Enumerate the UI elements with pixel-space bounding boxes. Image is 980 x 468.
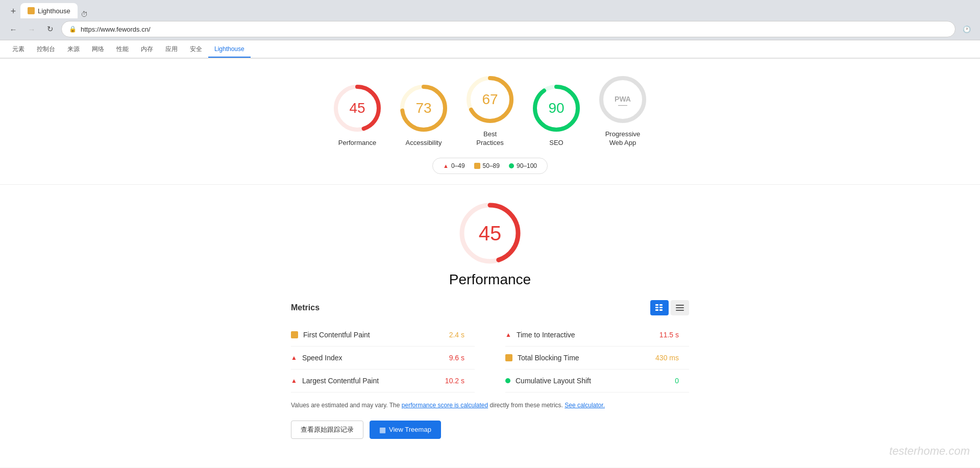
legend-low: ▲ 0–49 bbox=[443, 162, 465, 169]
score-seo[interactable]: 90 SEO bbox=[531, 83, 582, 147]
svg-rect-12 bbox=[655, 307, 658, 308]
svg-rect-13 bbox=[655, 309, 658, 311]
svg-rect-17 bbox=[676, 305, 684, 306]
calculator-link[interactable]: See calculator. bbox=[565, 402, 605, 409]
metrics-grid: First Contentful Paint 2.4 s ▲ Speed Ind… bbox=[291, 324, 689, 392]
cls-name: Cumulative Layout Shift bbox=[516, 377, 670, 385]
performance-large-score: 45 bbox=[479, 221, 502, 244]
tab-security[interactable]: 安全 bbox=[184, 41, 208, 59]
tti-icon: ▲ bbox=[505, 331, 511, 338]
metrics-col-left: First Contentful Paint 2.4 s ▲ Speed Ind… bbox=[291, 324, 490, 392]
pwa-dash: — bbox=[618, 100, 627, 110]
performance-score: 45 bbox=[349, 100, 365, 116]
perf-score-link[interactable]: performance score is calculated bbox=[402, 402, 488, 409]
legend-low-range: 0–49 bbox=[451, 162, 465, 169]
address-bar[interactable]: 🔒 https://www.fewords.cn/ bbox=[61, 21, 955, 37]
legend-mid: 50–89 bbox=[474, 162, 500, 169]
grid-view-button[interactable] bbox=[650, 300, 669, 315]
legend-mid-range: 50–89 bbox=[483, 162, 500, 169]
performance-section: 45 Performance Metrics bbox=[0, 185, 980, 449]
accessibility-score: 73 bbox=[415, 100, 431, 116]
tab-network[interactable]: 网络 bbox=[86, 41, 110, 59]
view-trace-button[interactable]: 查看原始跟踪记录 bbox=[291, 421, 363, 439]
scores-row: 45 Performance 73 Accessibility bbox=[332, 74, 648, 147]
metric-first-contentful-paint: First Contentful Paint 2.4 s bbox=[291, 324, 475, 347]
lcp-icon: ▲ bbox=[291, 377, 297, 384]
cls-icon bbox=[505, 378, 510, 383]
tab-icon bbox=[28, 7, 35, 14]
svg-rect-14 bbox=[659, 304, 663, 306]
lcp-value: 10.2 s bbox=[445, 377, 464, 385]
cls-value: 0 bbox=[675, 377, 679, 385]
tab-application[interactable]: 应用 bbox=[159, 41, 184, 59]
metrics-note-text: Values are estimated and may vary. The bbox=[291, 402, 402, 409]
tbt-icon bbox=[505, 354, 512, 361]
score-accessibility[interactable]: 73 Accessibility bbox=[398, 83, 449, 147]
metric-largest-contentful-paint: ▲ Largest Contentful Paint 10.2 s bbox=[291, 370, 475, 392]
svg-rect-16 bbox=[659, 309, 663, 311]
score-pwa[interactable]: PWA — ProgressiveWeb App bbox=[597, 74, 648, 147]
reload-button[interactable]: ↻ bbox=[43, 22, 57, 36]
metrics-note: Values are estimated and may vary. The p… bbox=[291, 401, 689, 410]
svg-rect-19 bbox=[676, 310, 684, 311]
legend-high-range: 90–100 bbox=[517, 162, 537, 169]
si-value: 9.6 s bbox=[449, 354, 464, 362]
treemap-icon: ▦ bbox=[379, 426, 386, 434]
svg-rect-18 bbox=[676, 307, 684, 308]
pwa-label: ProgressiveWeb App bbox=[605, 130, 641, 147]
main-content: 45 Performance 73 Accessibility bbox=[0, 59, 980, 467]
view-treemap-button[interactable]: ▦ View Treemap bbox=[370, 421, 441, 439]
metric-time-to-interactive: ▲ Time to Interactive 11.5 s bbox=[505, 324, 689, 347]
legend-high: 90–100 bbox=[509, 162, 537, 169]
fcp-name: First Contentful Paint bbox=[303, 331, 444, 339]
tab-performance[interactable]: 性能 bbox=[110, 41, 135, 59]
score-legend: ▲ 0–49 50–89 90–100 bbox=[432, 158, 548, 174]
new-tab-button[interactable]: + bbox=[6, 4, 20, 18]
browser-toolbar: ← → ↻ 🔒 https://www.fewords.cn/ 🕐 bbox=[0, 18, 980, 40]
list-view-button[interactable] bbox=[671, 300, 689, 315]
score-performance[interactable]: 45 Performance bbox=[332, 83, 383, 147]
performance-label: Performance bbox=[338, 139, 376, 147]
svg-rect-11 bbox=[655, 304, 658, 306]
seo-label: SEO bbox=[549, 139, 563, 147]
triangle-icon: ▲ bbox=[443, 163, 449, 169]
tab-memory[interactable]: 内存 bbox=[135, 41, 159, 59]
metrics-note-mid: directly from these metrics. bbox=[488, 402, 565, 409]
seo-gauge: 90 bbox=[531, 83, 582, 134]
metrics-container: Metrics bbox=[291, 300, 689, 439]
tab-sources[interactable]: 来源 bbox=[61, 41, 86, 59]
performance-section-title: Performance bbox=[449, 272, 531, 288]
forward-button[interactable]: → bbox=[24, 22, 39, 36]
square-icon bbox=[474, 163, 480, 169]
back-button[interactable]: ← bbox=[6, 22, 20, 36]
performance-gauge: 45 bbox=[332, 83, 383, 134]
tab-lighthouse[interactable]: Lighthouse bbox=[208, 41, 251, 58]
svg-rect-15 bbox=[659, 307, 663, 308]
tbt-value: 430 ms bbox=[655, 354, 679, 362]
tab-elements[interactable]: 元素 bbox=[6, 41, 31, 59]
metrics-title: Metrics bbox=[291, 303, 320, 312]
active-browser-tab[interactable]: Lighthouse bbox=[20, 3, 78, 18]
tti-value: 11.5 s bbox=[659, 331, 679, 339]
history-button[interactable]: ⏱ bbox=[81, 10, 88, 18]
metric-speed-index: ▲ Speed Index 9.6 s bbox=[291, 347, 475, 370]
metrics-header: Metrics bbox=[291, 300, 689, 315]
lock-icon: 🔒 bbox=[69, 26, 77, 33]
metric-cumulative-layout-shift: Cumulative Layout Shift 0 bbox=[505, 370, 689, 392]
fcp-icon bbox=[291, 331, 298, 338]
seo-score: 90 bbox=[548, 100, 564, 116]
tti-name: Time to Interactive bbox=[517, 331, 654, 339]
tbt-name: Total Blocking Time bbox=[518, 354, 650, 362]
metric-total-blocking-time: Total Blocking Time 430 ms bbox=[505, 347, 689, 370]
tab-console[interactable]: 控制台 bbox=[31, 41, 61, 59]
circle-icon bbox=[509, 163, 514, 168]
history-clock-button[interactable]: 🕐 bbox=[960, 22, 974, 36]
best-practices-score: 67 bbox=[482, 91, 498, 108]
si-icon: ▲ bbox=[291, 354, 297, 361]
tab-label: Lighthouse bbox=[38, 7, 70, 15]
scores-section: 45 Performance 73 Accessibility bbox=[0, 59, 980, 185]
lcp-name: Largest Contentful Paint bbox=[302, 377, 440, 385]
score-best-practices[interactable]: 67 BestPractices bbox=[464, 74, 516, 147]
view-treemap-label: View Treemap bbox=[389, 426, 431, 433]
address-text: https://www.fewords.cn/ bbox=[81, 26, 151, 33]
